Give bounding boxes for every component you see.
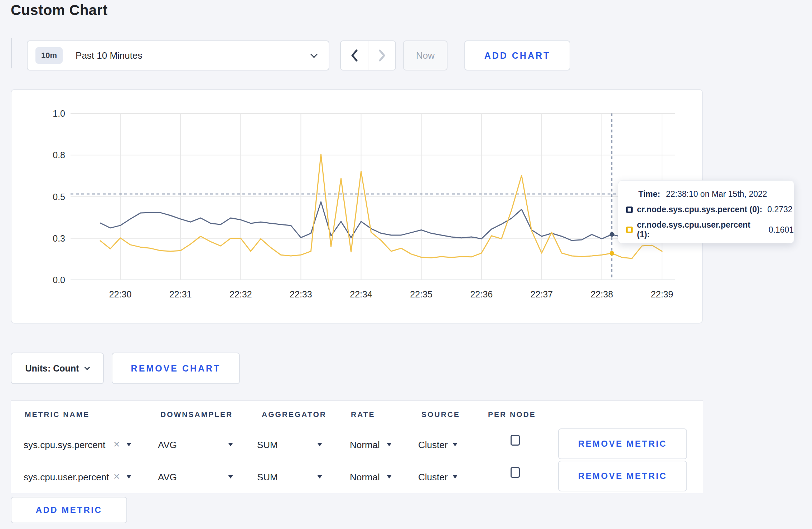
add-metric-button[interactable]: ADD METRIC xyxy=(11,497,127,523)
y-axis-tick-label: 0.8 xyxy=(53,150,65,160)
metrics-table: METRIC NAME DOWNSAMPLER AGGREGATOR RATE … xyxy=(11,400,703,493)
col-header-rate: RATE xyxy=(351,410,375,419)
col-header-per-node: PER NODE xyxy=(488,410,536,419)
y-axis-tick-label: 0.0 xyxy=(53,275,65,285)
aggregator-caret-icon[interactable] xyxy=(317,475,322,479)
chart-tooltip: Time: 22:38:10 on Mar 15th, 2022 cr.node… xyxy=(618,180,794,243)
time-range-dropdown[interactable]: 10m Past 10 Minutes xyxy=(27,40,329,71)
prev-time-button[interactable] xyxy=(341,41,368,70)
source-select[interactable]: Cluster xyxy=(418,440,448,451)
x-axis-tick-label: 22:30 xyxy=(109,289,132,299)
chevron-down-icon xyxy=(84,364,90,370)
tooltip-series-name: cr.node.sys.cpu.user.percent (1): xyxy=(637,220,764,239)
tooltip-series-row: cr.node.sys.cpu.sys.percent (0): 0.2732 xyxy=(626,205,794,214)
col-header-metric-name: METRIC NAME xyxy=(25,410,90,419)
tooltip-time-value: 22:38:10 on Mar 15th, 2022 xyxy=(666,189,767,199)
col-header-downsampler: DOWNSAMPLER xyxy=(160,410,233,419)
tooltip-series-row: cr.node.sys.cpu.user.percent (1): 0.1601 xyxy=(626,220,794,239)
x-axis-tick-label: 22:34 xyxy=(350,289,372,299)
next-time-button[interactable] xyxy=(368,41,395,70)
x-axis-tick-label: 22:38 xyxy=(591,289,613,299)
x-axis-tick-label: 22:39 xyxy=(651,289,673,299)
chart-card: 0.00.30.50.81.022:3022:3122:3222:3322:34… xyxy=(11,89,703,324)
clear-metric-icon[interactable]: × xyxy=(113,438,120,450)
aggregator-select[interactable]: SUM xyxy=(257,440,278,451)
user-series-swatch-icon xyxy=(626,227,633,233)
custom-chart-page: Custom Chart 10m Past 10 Minutes Now ADD… xyxy=(0,0,812,529)
metric-caret-icon[interactable] xyxy=(126,475,131,479)
time-range-badge: 10m xyxy=(35,47,63,64)
units-label: Units: Count xyxy=(25,363,79,374)
x-axis-tick-label: 22:37 xyxy=(531,289,553,299)
y-axis-tick-label: 0.5 xyxy=(53,192,65,202)
tooltip-time-label: Time: xyxy=(638,189,660,199)
x-axis-tick-label: 22:31 xyxy=(169,289,192,299)
units-dropdown[interactable]: Units: Count xyxy=(11,353,104,384)
tooltip-series-value: 0.2732 xyxy=(767,205,792,214)
downsampler-caret-icon[interactable] xyxy=(228,443,233,446)
metric-name-select[interactable]: sys.cpu.sys.percent xyxy=(24,440,105,451)
rate-select[interactable]: Normal xyxy=(350,472,380,483)
col-header-aggregator: AGGREGATOR xyxy=(262,410,327,419)
x-axis-tick-label: 22:33 xyxy=(290,289,312,299)
per-node-checkbox[interactable] xyxy=(511,467,520,478)
x-axis-tick-label: 22:32 xyxy=(229,289,252,299)
series-line-cr.node.sys.cpu.sys.percent xyxy=(100,202,662,241)
now-button[interactable]: Now xyxy=(403,40,448,71)
tooltip-series-name: cr.node.sys.cpu.sys.percent (0): xyxy=(637,205,762,214)
aggregator-caret-icon[interactable] xyxy=(317,443,322,446)
source-select[interactable]: Cluster xyxy=(418,472,448,483)
rate-caret-icon[interactable] xyxy=(387,443,392,446)
chevron-right-icon xyxy=(377,48,387,63)
col-header-source: SOURCE xyxy=(421,410,460,419)
source-caret-icon[interactable] xyxy=(453,475,458,479)
rate-caret-icon[interactable] xyxy=(387,475,392,479)
aggregator-select[interactable]: SUM xyxy=(257,472,278,483)
tooltip-series-value: 0.1601 xyxy=(769,225,794,235)
chevron-down-icon xyxy=(310,51,318,58)
remove-metric-button[interactable]: REMOVE METRIC xyxy=(558,461,687,491)
page-title: Custom Chart xyxy=(11,2,107,18)
downsampler-caret-icon[interactable] xyxy=(228,475,233,479)
metric-caret-icon[interactable] xyxy=(126,443,131,446)
sys-series-swatch-icon xyxy=(626,207,633,213)
tooltip-time-row: Time: 22:38:10 on Mar 15th, 2022 xyxy=(626,189,794,199)
downsampler-select[interactable]: AVG xyxy=(158,440,177,451)
time-step-controls xyxy=(340,40,396,71)
hover-point-cr.node.sys.cpu.user.percent xyxy=(610,251,614,256)
x-axis-tick-label: 22:35 xyxy=(410,289,432,299)
source-caret-icon[interactable] xyxy=(453,443,458,446)
chevron-left-icon xyxy=(350,48,359,63)
remove-chart-button[interactable]: REMOVE CHART xyxy=(112,353,240,384)
metric-name-select[interactable]: sys.cpu.user.percent xyxy=(24,472,109,483)
y-axis-tick-label: 1.0 xyxy=(53,108,65,118)
cpu-usage-line-chart[interactable]: 0.00.30.50.81.022:3022:3122:3222:3322:34… xyxy=(11,90,704,324)
rate-select[interactable]: Normal xyxy=(350,440,380,451)
clear-metric-icon[interactable]: × xyxy=(113,470,120,482)
toolbar-divider xyxy=(11,38,12,68)
series-line-cr.node.sys.cpu.user.percent xyxy=(100,154,662,258)
hover-point-cr.node.sys.cpu.sys.percent xyxy=(610,232,614,237)
per-node-checkbox[interactable] xyxy=(511,435,520,446)
remove-metric-button[interactable]: REMOVE METRIC xyxy=(558,428,687,459)
y-axis-tick-label: 0.3 xyxy=(53,233,65,243)
x-axis-tick-label: 22:36 xyxy=(470,289,493,299)
time-range-label: Past 10 Minutes xyxy=(76,50,142,61)
add-chart-button[interactable]: ADD CHART xyxy=(464,40,570,71)
downsampler-select[interactable]: AVG xyxy=(158,472,177,483)
